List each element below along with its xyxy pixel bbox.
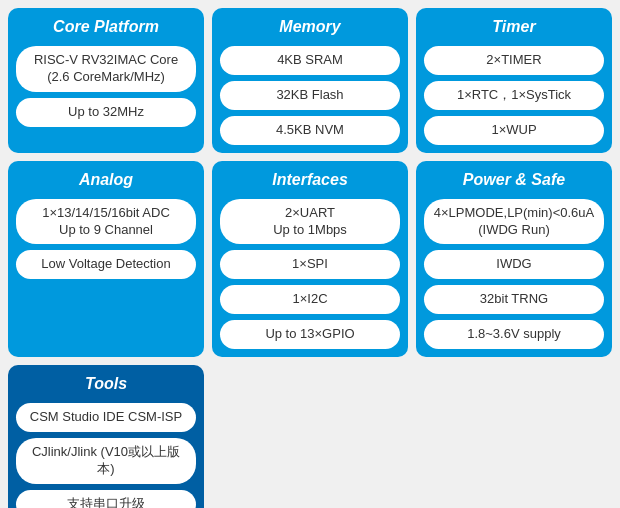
card-item: 4.5KB NVM bbox=[220, 116, 400, 145]
card-title-analog: Analog bbox=[79, 169, 133, 193]
card-item-low-voltage: Low Voltage Detection bbox=[16, 250, 196, 279]
card-item: 1×I2C bbox=[220, 285, 400, 314]
card-power-safe: Power & Safe 4×LPMODE,LP(min)<0.6uA(IWDG… bbox=[416, 161, 612, 357]
card-item: 2×UARTUp to 1Mbps bbox=[220, 199, 400, 245]
card-item: 1×SPI bbox=[220, 250, 400, 279]
card-analog: Analog 1×13/14/15/16bit ADCUp to 9 Chann… bbox=[8, 161, 204, 357]
card-timer: Timer 2×TIMER 1×RTC，1×SysTick 1×WUP bbox=[416, 8, 612, 153]
card-item: 支持串口升级 bbox=[16, 490, 196, 508]
card-item: 4KB SRAM bbox=[220, 46, 400, 75]
card-item: CSM Studio IDE CSM-ISP bbox=[16, 403, 196, 432]
card-item: 1×13/14/15/16bit ADCUp to 9 Channel bbox=[16, 199, 196, 245]
card-item: 1×WUP bbox=[424, 116, 604, 145]
card-item: IWDG bbox=[424, 250, 604, 279]
card-interfaces: Interfaces 2×UARTUp to 1Mbps 1×SPI 1×I2C… bbox=[212, 161, 408, 357]
card-title-timer: Timer bbox=[492, 16, 535, 40]
card-title-interfaces: Interfaces bbox=[272, 169, 348, 193]
card-title-memory: Memory bbox=[279, 16, 340, 40]
card-item: 4×LPMODE,LP(min)<0.6uA(IWDG Run) bbox=[424, 199, 604, 245]
card-item: 2×TIMER bbox=[424, 46, 604, 75]
card-item: 1.8~3.6V supply bbox=[424, 320, 604, 349]
card-item: Up to 32MHz bbox=[16, 98, 196, 127]
card-tools: Tools CSM Studio IDE CSM-ISP CJlink/Jlin… bbox=[8, 365, 204, 508]
card-item: RISC-V RV32IMAC Core(2.6 CoreMark/MHz) bbox=[16, 46, 196, 92]
card-item: 32bit TRNG bbox=[424, 285, 604, 314]
card-item: 1×RTC，1×SysTick bbox=[424, 81, 604, 110]
card-item: Up to 13×GPIO bbox=[220, 320, 400, 349]
card-title-tools: Tools bbox=[85, 373, 127, 397]
card-item: CJlink/Jlink (V10或以上版本) bbox=[16, 438, 196, 484]
card-title-core-platform: Core Platform bbox=[53, 16, 159, 40]
card-item: 32KB Flash bbox=[220, 81, 400, 110]
card-core-platform: Core Platform RISC-V RV32IMAC Core(2.6 C… bbox=[8, 8, 204, 153]
main-grid: Core Platform RISC-V RV32IMAC Core(2.6 C… bbox=[8, 8, 612, 508]
card-title-power-safe: Power & Safe bbox=[463, 169, 565, 193]
card-memory: Memory 4KB SRAM 32KB Flash 4.5KB NVM bbox=[212, 8, 408, 153]
